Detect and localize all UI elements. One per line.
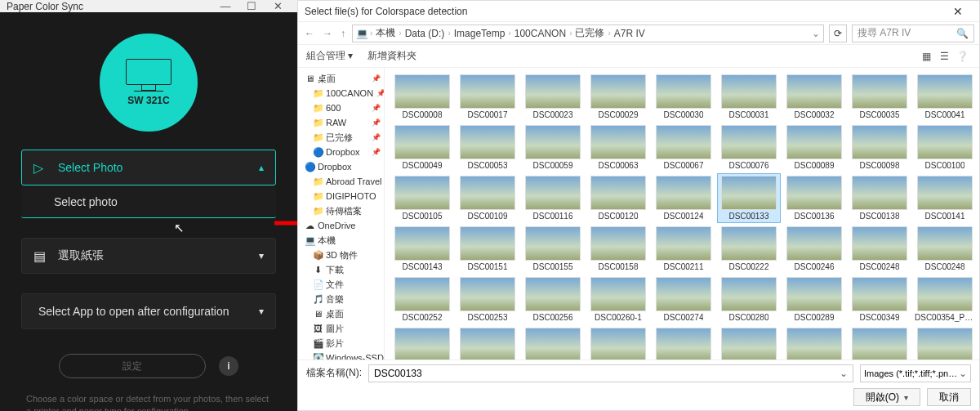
- file-item[interactable]: DSC00274: [653, 275, 715, 324]
- file-item[interactable]: DSC00374_PSMS: [391, 326, 453, 360]
- file-item[interactable]: DSC00141: [914, 174, 976, 222]
- file-item[interactable]: DSC00124: [653, 174, 715, 222]
- file-item[interactable]: DSC00049: [391, 123, 453, 172]
- file-item[interactable]: DSC00059: [522, 123, 584, 172]
- file-item[interactable]: DSC00253: [457, 275, 519, 324]
- file-item[interactable]: DSC00116: [522, 174, 584, 222]
- file-item[interactable]: DSC00398: [587, 326, 649, 360]
- tree-item[interactable]: 🖥桌面📌: [300, 71, 382, 86]
- crumb[interactable]: 100CANON: [513, 28, 568, 39]
- tree-item[interactable]: ☁OneDrive: [300, 218, 382, 233]
- file-item[interactable]: DSC00030: [653, 73, 715, 121]
- tree-item[interactable]: 📄文件: [300, 277, 382, 292]
- file-item[interactable]: DSC00403: [653, 326, 715, 360]
- help-icon[interactable]: ❔: [953, 51, 971, 62]
- file-item[interactable]: DSC00411: [783, 326, 845, 360]
- organize-button[interactable]: 組合管理 ▾: [306, 49, 353, 63]
- tree-item[interactable]: 📁100CANON📌: [300, 86, 382, 101]
- file-item[interactable]: DSC00349: [849, 275, 911, 324]
- file-item[interactable]: DSC00143: [391, 225, 453, 273]
- file-item[interactable]: DSC00407: [718, 326, 780, 360]
- select-photo-row[interactable]: ▷ Select Photo ▴: [21, 150, 276, 185]
- maximize-button[interactable]: ☐: [238, 0, 265, 12]
- folder-tree[interactable]: 🖥桌面📌📁100CANON📌📁600📌📁RAW📌📁已完修📌🔵Dropbox📌🔵D…: [298, 68, 385, 360]
- file-item[interactable]: DSC00393: [457, 326, 519, 360]
- file-item[interactable]: DSC00100: [914, 123, 976, 172]
- file-item[interactable]: DSC00105: [391, 174, 453, 222]
- file-item[interactable]: DSC00120: [587, 174, 649, 222]
- refresh-button[interactable]: ⟳: [829, 25, 847, 42]
- tree-item[interactable]: 📦3D 物件: [300, 248, 382, 262]
- file-item[interactable]: DSC00017: [457, 73, 519, 121]
- file-item[interactable]: DSC00415: [914, 326, 976, 360]
- tree-item[interactable]: 📁RAW📌: [300, 115, 382, 130]
- file-item[interactable]: DSC00280: [718, 275, 780, 324]
- select-paper-row[interactable]: ▤ 選取紙張 ▾: [21, 238, 276, 274]
- cancel-button[interactable]: 取消: [927, 388, 971, 406]
- info-button[interactable]: i: [219, 356, 238, 376]
- file-item[interactable]: DSC00151: [457, 225, 519, 273]
- crumb[interactable]: ImageTemp: [452, 28, 507, 39]
- file-item[interactable]: DSC00035: [849, 73, 911, 121]
- nav-back-button[interactable]: ←: [303, 28, 316, 39]
- file-item[interactable]: DSC00252: [391, 275, 453, 324]
- file-item[interactable]: DSC00289: [783, 275, 845, 324]
- file-item[interactable]: DSC00109: [457, 174, 519, 222]
- file-item[interactable]: DSC00089: [783, 123, 845, 172]
- filename-input[interactable]: DSC00133 ⌄: [368, 364, 853, 382]
- close-button[interactable]: ✕: [265, 0, 291, 12]
- file-item[interactable]: DSC00256: [522, 275, 584, 324]
- file-item[interactable]: DSC00067: [653, 123, 715, 172]
- file-item[interactable]: DSC00394: [522, 326, 584, 360]
- tree-item[interactable]: 💽Windows-SSD (: [300, 351, 382, 360]
- tree-item[interactable]: 📁已完修📌: [300, 130, 382, 145]
- file-item[interactable]: DSC00248: [849, 225, 911, 273]
- tree-item[interactable]: 🔵Dropbox: [300, 159, 382, 174]
- file-pane[interactable]: DSC00008DSC00017DSC00023DSC00029DSC00030…: [385, 68, 979, 360]
- breadcrumb[interactable]: 💻› 本機› Data (D:)› ImageTemp› 100CANON› 已…: [352, 25, 824, 42]
- open-button[interactable]: 開啟(O)▾: [853, 388, 920, 406]
- new-folder-button[interactable]: 新增資料夾: [368, 49, 416, 63]
- nav-up-button[interactable]: ↑: [339, 28, 347, 39]
- settings-button[interactable]: 設定: [59, 354, 206, 378]
- file-item[interactable]: DSC00155: [522, 225, 584, 273]
- file-item[interactable]: DSC00063: [587, 123, 649, 172]
- tree-item[interactable]: 📁600📌: [300, 101, 382, 115]
- select-photo-sub[interactable]: Select photo: [21, 185, 276, 218]
- file-item[interactable]: DSC00029: [587, 73, 649, 121]
- tree-item[interactable]: ⬇下載: [300, 262, 382, 277]
- file-item[interactable]: DSC00008: [391, 73, 453, 121]
- tree-item[interactable]: 🖼圖片: [300, 321, 382, 336]
- file-item[interactable]: DSC00136: [783, 174, 845, 222]
- file-item[interactable]: DSC00222: [718, 225, 780, 273]
- file-item[interactable]: DSC00413: [849, 326, 911, 360]
- dialog-close-button[interactable]: ✕: [943, 5, 973, 18]
- file-item[interactable]: DSC00098: [849, 123, 911, 172]
- file-item[interactable]: DSC00138: [849, 174, 911, 222]
- file-item[interactable]: DSC00032: [783, 73, 845, 121]
- file-item[interactable]: DSC00041: [914, 73, 976, 121]
- file-item[interactable]: DSC00023: [522, 73, 584, 121]
- crumb[interactable]: 本機: [374, 26, 397, 40]
- file-item[interactable]: DSC00246: [783, 225, 845, 273]
- select-app-row[interactable]: Select App to open after configuration ▾: [21, 293, 276, 329]
- minimize-button[interactable]: —: [212, 0, 238, 12]
- tree-item[interactable]: 💻本機: [300, 233, 382, 248]
- file-item[interactable]: DSC00158: [587, 225, 649, 273]
- tree-item[interactable]: 📁DIGIPHOTO: [300, 189, 382, 203]
- tree-item[interactable]: 🎬影片: [300, 336, 382, 351]
- view-thumbnails-icon[interactable]: ▦: [917, 51, 935, 62]
- file-item[interactable]: DSC00248: [914, 225, 976, 273]
- file-item[interactable]: DSC00211: [653, 225, 715, 273]
- view-list-icon[interactable]: ☰: [935, 51, 953, 62]
- nav-forward-button[interactable]: →: [321, 28, 334, 39]
- tree-item[interactable]: 📁待傳檔案: [300, 203, 382, 218]
- file-item[interactable]: DSC00076: [718, 123, 780, 172]
- file-item[interactable]: DSC00053: [457, 123, 519, 172]
- tree-item[interactable]: 🔵Dropbox📌: [300, 145, 382, 159]
- crumb[interactable]: Data (D:): [403, 28, 447, 39]
- tree-item[interactable]: 📁Abroad Travel: [300, 174, 382, 189]
- file-item[interactable]: DSC00260-1: [587, 275, 649, 324]
- file-item[interactable]: DSC00133: [718, 174, 780, 222]
- file-item[interactable]: DSC00031: [718, 73, 780, 121]
